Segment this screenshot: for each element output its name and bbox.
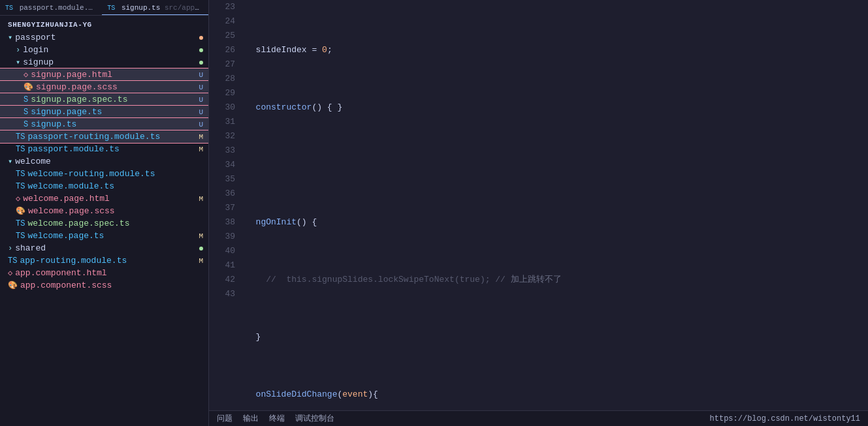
file-welcome-routing-label: welcome-routing.module.ts [27,169,208,179]
welcome-html-icon: ◇ [16,194,20,204]
routing-icon: TS [16,132,25,142]
code-area[interactable]: 23 24 25 26 27 28 29 30 31 32 33 34 35 3… [209,0,868,410]
module-icon: TS [16,145,25,154]
file-welcome-page-ts[interactable]: TS welcome.page.ts M [0,230,208,242]
spec-icon: S [24,95,28,104]
html-badge: U [199,71,203,79]
app-scss-icon: 🎨 [8,281,18,290]
file-signup-page-html-label: signup.page.html [31,70,195,80]
scss-badge: U [199,84,203,91]
code-line-24: constructor() { } [246,100,858,115]
ts-file-icon-2: S [24,120,28,129]
app-html-icon: ◇ [8,268,12,278]
file-signup-page-ts-label: signup.page.ts [31,107,195,117]
file-signup-ts[interactable]: S signup.ts U [0,118,208,130]
tab-signup-label: signup.ts [121,4,160,12]
open-file-tabs: TS passport.module.ts src/app/pages/... … [0,0,208,16]
tab-signup[interactable]: TS signup.ts src/app/pages/passport/si..… [102,1,208,15]
tab-passport-module[interactable]: TS passport.module.ts src/app/pages/... … [0,1,102,15]
file-passport-module[interactable]: TS passport.module.ts M [0,143,208,155]
login-dot [199,48,203,52]
code-editor: 23 24 25 26 27 28 29 30 31 32 33 34 35 3… [209,0,868,426]
welcome-ts-badge: M [199,232,203,240]
file-passport-routing[interactable]: TS passport-routing.module.ts M [0,130,208,143]
tab-problems[interactable]: 问题 [217,412,233,425]
folder-passport[interactable]: ▾ passport [0,31,208,44]
file-welcome-module[interactable]: TS welcome.module.ts [0,180,208,192]
file-welcome-page-html[interactable]: ◇ welcome.page.html M [0,192,208,205]
welcome-ts-icon: TS [16,232,25,241]
file-app-routing-label: app-routing.module.ts [20,256,195,266]
code-content: slideIndex = 0; constructor() { } ngOnIn… [240,0,868,410]
tab-signup-path: src/app/pages/passport/si... [165,4,208,12]
folder-signup[interactable]: ▾ signup [0,56,208,68]
code-line-28: } [246,330,858,344]
chevron-right-icon-shared: › [8,244,12,253]
app-routing-icon: TS [8,256,17,266]
file-welcome-module-label: welcome.module.ts [27,181,208,191]
file-signup-ts-label: signup.ts [31,119,195,129]
bottom-bar: 问题 输出 终端 调试控制台 https://blog.csdn.net/wis… [209,410,868,426]
bottom-tabs: 问题 输出 终端 调试控制台 [217,412,334,425]
welcome-scss-icon: 🎨 [16,206,25,216]
file-welcome-page-spec-label: welcome.page.spec.ts [27,219,208,228]
line-numbers: 23 24 25 26 27 28 29 30 31 32 33 34 35 3… [209,0,240,410]
code-line-26: ngOnInit() { [246,215,858,230]
app-routing-badge: M [199,257,203,265]
scss-icon: 🎨 [24,82,33,92]
file-welcome-page-html-label: welcome.page.html [23,194,195,204]
tab-debug-console[interactable]: 调试控制台 [295,412,334,425]
code-line-27: // this.signupSlides.lockSwipeToNext(tru… [246,273,858,287]
folder-login[interactable]: › login [0,44,208,56]
routing-badge: M [199,133,203,141]
welcome-spec-icon: TS [16,219,25,228]
code-line-23: slideIndex = 0; [246,43,858,57]
chevron-down-icon-signup: ▾ [16,57,20,67]
file-passport-routing-label: passport-routing.module.ts [27,132,195,142]
root-header: SHENGYIZHUANJIA-YG [0,18,208,31]
file-signup-page-scss-label: signup.page.scss [36,82,195,92]
folder-welcome[interactable]: ▾ welcome [0,155,208,168]
file-signup-page-scss[interactable]: 🎨 signup.page.scss U [0,81,208,93]
file-welcome-page-spec[interactable]: TS welcome.page.spec.ts [0,217,208,230]
code-line-25 [246,158,858,172]
welcome-module-icon: TS [16,182,25,191]
file-passport-module-label: passport.module.ts [27,144,195,154]
file-signup-page-spec[interactable]: S signup.page.spec.ts U [0,93,208,106]
folder-login-label: login [23,45,199,55]
welcome-dot [199,160,203,164]
sidebar: TS passport.module.ts src/app/pages/... … [0,0,209,426]
folder-shared[interactable]: › shared [0,242,208,254]
file-tree: SHENGYIZHUANJIA-YG ▾ passport › login ▾ … [0,16,208,426]
file-welcome-routing[interactable]: TS welcome-routing.module.ts [0,168,208,180]
html-icon: ◇ [24,70,28,80]
file-app-component-scss-label: app.component.scss [20,281,208,290]
spec-badge: U [199,96,203,104]
module-badge: M [199,145,203,153]
folder-passport-label: passport [15,33,199,42]
chevron-down-icon: ▾ [8,33,12,42]
ts-icon-2: TS [107,5,115,12]
file-signup-page-ts[interactable]: S signup.page.ts U [0,106,208,118]
file-app-component-html-label: app.component.html [15,268,208,278]
code-line-29: onSlideDidChange(event){ [246,388,858,402]
file-signup-page-html[interactable]: ◇ signup.page.html U [0,68,208,81]
file-app-component-scss[interactable]: 🎨 app.component.scss [0,279,208,292]
file-app-routing[interactable]: TS app-routing.module.ts M [0,254,208,267]
file-signup-page-spec-label: signup.page.spec.ts [31,95,195,104]
folder-signup-label: signup [23,57,199,67]
tab-passport-module-label: passport.module.ts [20,4,97,12]
ts-file-icon: S [24,108,28,117]
file-welcome-page-scss[interactable]: 🎨 welcome.page.scss [0,205,208,217]
shared-dot [199,247,203,251]
welcome-routing-icon: TS [16,170,25,179]
signup-dot [199,61,203,65]
folder-welcome-label: welcome [15,157,199,166]
file-welcome-page-scss-label: welcome.page.scss [28,206,208,216]
tab-terminal[interactable]: 终端 [269,412,285,425]
welcome-html-badge: M [199,195,203,203]
signup-ts-badge: U [199,121,203,129]
file-app-component-html[interactable]: ◇ app.component.html [0,267,208,279]
tab-output[interactable]: 输出 [243,412,259,425]
chevron-down-icon-welcome: ▾ [8,157,12,166]
